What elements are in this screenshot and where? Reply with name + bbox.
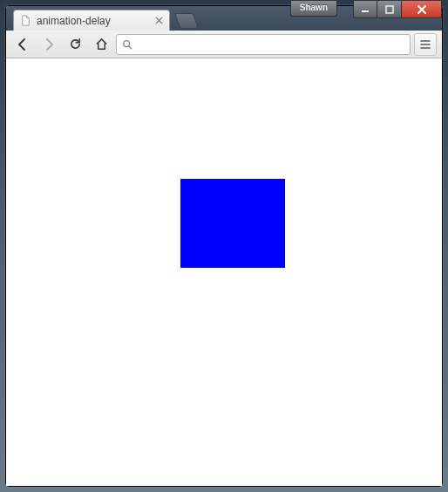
os-username: Shawn (300, 3, 328, 12)
address-bar[interactable] (116, 34, 411, 55)
window-maximize-button[interactable] (377, 1, 402, 18)
search-icon (122, 39, 132, 50)
browser-window: Shawn animation-delay (5, 5, 443, 487)
x-icon (155, 17, 163, 24)
svg-rect-0 (362, 10, 369, 12)
home-icon (95, 38, 108, 51)
animated-square (180, 179, 285, 268)
window-minimize-button[interactable] (353, 1, 377, 18)
page-viewport (6, 58, 442, 486)
svg-rect-1 (386, 6, 393, 13)
close-icon (417, 4, 427, 15)
tab-title: animation-delay (37, 15, 148, 27)
arrow-right-icon (42, 38, 56, 51)
back-button[interactable] (11, 33, 34, 56)
menu-button[interactable] (414, 33, 437, 56)
page-icon (19, 15, 31, 27)
window-close-button[interactable] (402, 1, 442, 18)
browser-tab[interactable]: animation-delay (13, 10, 170, 31)
forward-button[interactable] (37, 33, 60, 56)
arrow-left-icon (16, 38, 30, 51)
reload-button[interactable] (64, 33, 86, 56)
tab-close-button[interactable] (153, 16, 164, 26)
reload-icon (69, 38, 82, 51)
hamburger-icon (419, 38, 431, 51)
toolbar (6, 31, 442, 58)
os-user-chip: Shawn (290, 1, 337, 17)
window-controls (353, 1, 442, 18)
minimize-icon (361, 5, 370, 14)
maximize-icon (385, 5, 394, 14)
home-button[interactable] (90, 33, 112, 56)
new-tab-button[interactable] (174, 13, 200, 29)
address-input[interactable] (138, 38, 404, 51)
